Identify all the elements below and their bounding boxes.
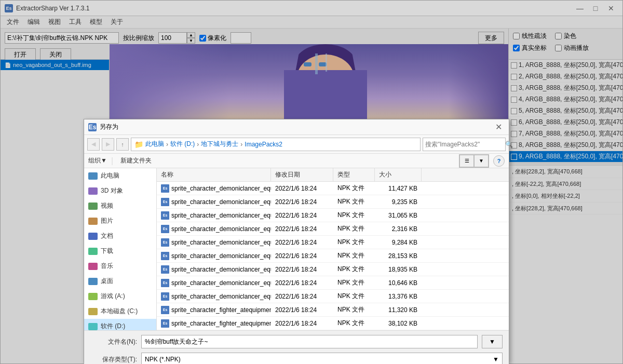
file-date: 2022/1/6 18:24 — [271, 212, 333, 219]
dialog-bottom: 文件名(N): %剑帘buff故天命之子~ ▼ 保存类型(T): NPK (*.… — [84, 330, 509, 364]
file-date: 2022/1/6 18:24 — [271, 279, 333, 287]
sidebar-item-label: 桌面 — [101, 277, 113, 286]
file-type: NPK 文件 — [333, 319, 375, 328]
file-name: Es sprite_character_demoniclancer_equi..… — [157, 198, 271, 206]
sidebar-item---[interactable]: 音乐 — [84, 259, 156, 274]
file-name: Es sprite_character_demoniclancer_equi..… — [157, 211, 271, 220]
file-type: NPK 文件 — [333, 305, 375, 314]
breadcrumb-game[interactable]: 地下城与勇士 — [201, 140, 238, 149]
file-name: Es sprite_character_fighter_atequipment_… — [157, 319, 271, 328]
file-row[interactable]: Es sprite_character_demoniclancer_equi..… — [157, 249, 509, 263]
sidebar-items: 此电脑3D 对象视频图片文档下载音乐桌面游戏 (A:)本地磁盘 (C:)软件 (… — [84, 168, 156, 330]
search-input[interactable] — [425, 141, 503, 148]
file-row[interactable]: Es sprite_character_demoniclancer_equi..… — [157, 290, 509, 303]
file-size: 11,320 KB — [375, 306, 422, 314]
file-name: Es sprite_character_demoniclancer_equi..… — [157, 265, 271, 274]
dialog-sidebar: 此电脑3D 对象视频图片文档下载音乐桌面游戏 (A:)本地磁盘 (C:)软件 (… — [84, 168, 157, 330]
npk-icon: Es — [161, 211, 169, 220]
file-name: Es sprite_character_fighter_atequipment_… — [157, 306, 271, 314]
main-window: Es ExtractorSharp Ver 1.7.3.1 — □ ✕ 文件 编… — [0, 0, 623, 364]
file-row[interactable]: Es sprite_character_demoniclancer_equi..… — [157, 182, 509, 195]
npk-icon: Es — [161, 279, 169, 287]
dialog-nav-toolbar: ◀ ▶ ↑ 📁 此电脑 › 软件 (D:) › 地下城与勇士 › ImagePa… — [84, 135, 509, 154]
nav-back-button[interactable]: ◀ — [87, 138, 100, 151]
col-header-name[interactable]: 名称 — [157, 168, 271, 181]
sidebar-item-label: 文档 — [101, 232, 113, 240]
npk-icon: Es — [161, 184, 169, 193]
filename-dropdown-button[interactable]: ▼ — [482, 335, 503, 348]
npk-icon: Es — [161, 198, 169, 206]
file-row[interactable]: Es sprite_character_fighter_atequipment_… — [157, 317, 509, 330]
search-icon: 🔍 — [505, 141, 513, 148]
file-size: 10,646 KB — [375, 279, 422, 287]
file-row[interactable]: Es sprite_character_fighter_atequipment_… — [157, 303, 509, 317]
file-type: NPK 文件 — [333, 251, 375, 260]
search-bar: 🔍 — [423, 138, 506, 151]
file-date: 2022/1/6 18:24 — [271, 239, 333, 246]
breadcrumb-drive[interactable]: 软件 (D:) — [170, 140, 195, 149]
file-row[interactable]: Es sprite_character_demoniclancer_equi..… — [157, 263, 509, 276]
file-date: 2022/1/6 18:24 — [271, 266, 333, 273]
filetype-dropdown[interactable]: NPK (*.NPK) ▼ — [141, 353, 503, 364]
col-header-type[interactable]: 类型 — [333, 168, 375, 181]
disk-d-icon — [88, 323, 98, 330]
file-type: NPK 文件 — [333, 211, 375, 220]
save-dialog: Es 另存为 ✕ ◀ ▶ ↑ 📁 此电脑 › 软件 (D:) › 地下城与勇士 … — [84, 119, 509, 363]
help-button[interactable]: ? — [493, 155, 505, 167]
file-size: 28,153 KB — [375, 252, 422, 260]
desktop-icon — [88, 278, 98, 285]
sidebar-item---[interactable]: 文档 — [84, 228, 156, 244]
breadcrumb-bar: 📁 此电脑 › 软件 (D:) › 地下城与勇士 › ImagePacks2 — [131, 138, 421, 151]
new-folder-button[interactable]: 新建文件夹 — [117, 155, 155, 166]
organize-button[interactable]: 组织▼ — [88, 156, 107, 165]
file-row[interactable]: Es sprite_character_demoniclancer_equi..… — [157, 222, 509, 236]
dialog-close-button[interactable]: ✕ — [492, 121, 505, 133]
dialog-icon: Es — [88, 123, 97, 131]
sidebar-item-label: 此电脑 — [101, 171, 119, 180]
sidebar-item-3D---[interactable]: 3D 对象 — [84, 183, 156, 198]
sidebar-item---[interactable]: 图片 — [84, 213, 156, 228]
file-size: 2,316 KB — [375, 225, 422, 233]
file-type: NPK 文件 — [333, 278, 375, 287]
col-header-date[interactable]: 修改日期 — [271, 168, 333, 181]
sidebar-item---[interactable]: 下载 — [84, 244, 156, 259]
file-row[interactable]: Es sprite_character_demoniclancer_equi..… — [157, 276, 509, 290]
npk-icon: Es — [161, 292, 169, 301]
filelist-header: 名称 修改日期 类型 大小 — [157, 168, 509, 182]
sidebar-item-----A--[interactable]: 游戏 (A:) — [84, 289, 156, 304]
sidebar-item-----D--[interactable]: 软件 (D:) — [84, 319, 156, 330]
file-size: 9,284 KB — [375, 239, 422, 246]
file-date: 2022/1/6 18:24 — [271, 320, 333, 327]
file-row[interactable]: Es sprite_character_demoniclancer_equi..… — [157, 236, 509, 249]
view-dropdown-button[interactable]: ▼ — [474, 155, 489, 167]
dialog-overlay: Es 另存为 ✕ ◀ ▶ ↑ 📁 此电脑 › 软件 (D:) › 地下城与勇士 … — [1, 1, 622, 363]
file-type: NPK 文件 — [333, 292, 375, 301]
file-name: Es sprite_character_demoniclancer_equi..… — [157, 279, 271, 287]
npk-icon: Es — [161, 238, 169, 247]
org-toolbar: 组织▼ | 新建文件夹 ☰ ▼ ? — [84, 154, 509, 168]
filetype-row: 保存类型(T): NPK (*.NPK) ▼ — [90, 353, 503, 364]
filename-input[interactable]: %剑帘buff故天命之子~ — [141, 335, 478, 348]
breadcrumb-folder[interactable]: ImagePacks2 — [245, 141, 282, 148]
col-header-size[interactable]: 大小 — [375, 168, 422, 181]
game-icon — [88, 293, 98, 300]
picture-icon — [88, 218, 98, 225]
file-row[interactable]: Es sprite_character_demoniclancer_equi..… — [157, 195, 509, 209]
nav-up-button[interactable]: ↑ — [116, 138, 129, 151]
file-row[interactable]: Es sprite_character_demoniclancer_equi..… — [157, 209, 509, 222]
sidebar-item----[interactable]: 此电脑 — [84, 168, 156, 183]
nav-forward-button[interactable]: ▶ — [102, 138, 114, 151]
sidebar-item-------C--[interactable]: 本地磁盘 (C:) — [84, 304, 156, 319]
file-date: 2022/1/6 18:24 — [271, 252, 333, 260]
file-date: 2022/1/6 18:24 — [271, 293, 333, 300]
file-name: Es sprite_character_demoniclancer_equi..… — [157, 292, 271, 301]
sidebar-item---[interactable]: 桌面 — [84, 274, 156, 289]
file-size: 11,427 KB — [375, 185, 422, 192]
view-list-button[interactable]: ☰ — [459, 155, 474, 167]
music-icon — [88, 263, 98, 270]
folder-icon: 📁 — [134, 140, 143, 149]
breadcrumb-computer[interactable]: 此电脑 — [145, 140, 164, 149]
filelist-body: Es sprite_character_demoniclancer_equi..… — [157, 182, 509, 330]
sidebar-item---[interactable]: 视频 — [84, 198, 156, 213]
sidebar-item-label: 3D 对象 — [101, 186, 123, 195]
